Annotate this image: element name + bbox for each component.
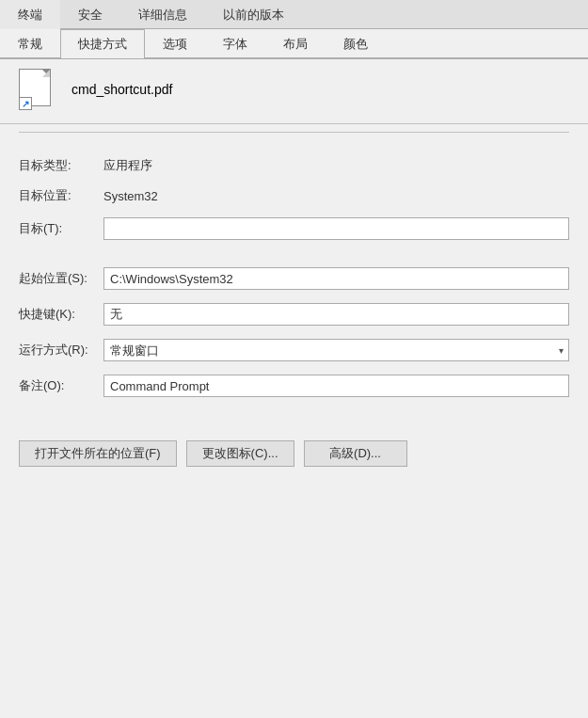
comment-label: 备注(O):: [19, 377, 103, 394]
file-name: cmd_shortcut.pdf: [72, 82, 172, 97]
tab-details[interactable]: 详细信息: [120, 0, 205, 29]
target-type-value: 应用程序: [103, 157, 152, 174]
tab-row-top: 终端 安全 详细信息 以前的版本: [0, 0, 588, 29]
run-mode-select[interactable]: 常规窗口 最小化 最大化: [103, 339, 569, 361]
tab-row-bottom: 常规 快捷方式 选项 字体 布局 颜色: [0, 29, 588, 59]
run-mode-select-wrapper: 常规窗口 最小化 最大化 ▾: [103, 339, 569, 361]
start-location-row: 起始位置(S):: [19, 267, 569, 290]
start-location-label: 起始位置(S):: [19, 270, 103, 287]
file-icon: ↗: [19, 69, 56, 110]
change-icon-button[interactable]: 更改图标(C)...: [186, 440, 294, 467]
comment-row: 备注(O):: [19, 375, 569, 397]
target-location-row: 目标位置: System32: [19, 187, 569, 204]
target-type-label: 目标类型:: [19, 157, 103, 174]
target-location-label: 目标位置:: [19, 187, 103, 204]
file-header: ↗ cmd_shortcut.pdf: [0, 59, 588, 124]
tab-options[interactable]: 选项: [145, 29, 205, 58]
tab-font[interactable]: 字体: [205, 29, 265, 58]
target-location-value: System32: [103, 189, 158, 203]
buttons-row: 打开文件所在的位置(F) 更改图标(C)... 高级(D)...: [0, 429, 588, 478]
advanced-button[interactable]: 高级(D)...: [304, 440, 407, 467]
run-mode-row: 运行方式(R): 常规窗口 最小化 最大化 ▾: [19, 339, 569, 361]
hotkey-input[interactable]: [103, 303, 569, 326]
target-type-row: 目标类型: 应用程序: [19, 157, 569, 174]
properties-dialog: 终端 安全 详细信息 以前的版本 常规 快捷方式 选项 字体 布局 颜色 ↗ c…: [0, 0, 588, 718]
form-section: 目标类型: 应用程序 目标位置: System32 目标(T): 起始位置(S)…: [0, 146, 588, 422]
run-mode-label: 运行方式(R):: [19, 342, 103, 359]
start-location-input[interactable]: [103, 267, 569, 290]
target-input[interactable]: [103, 217, 569, 240]
tab-color[interactable]: 颜色: [326, 29, 386, 58]
tab-previous-versions[interactable]: 以前的版本: [205, 0, 302, 29]
tab-terminal[interactable]: 终端: [0, 0, 60, 29]
target-row: 目标(T):: [19, 217, 569, 240]
comment-input[interactable]: [103, 375, 569, 397]
shortcut-arrow: ↗: [19, 97, 32, 110]
tab-layout[interactable]: 布局: [265, 29, 326, 58]
tab-shortcut[interactable]: 快捷方式: [60, 29, 145, 58]
hotkey-row: 快捷键(K):: [19, 303, 569, 326]
hotkey-label: 快捷键(K):: [19, 306, 103, 323]
tab-security[interactable]: 安全: [60, 0, 120, 29]
target-label: 目标(T):: [19, 220, 103, 237]
tab-general[interactable]: 常规: [0, 29, 60, 58]
open-location-button[interactable]: 打开文件所在的位置(F): [19, 440, 177, 467]
